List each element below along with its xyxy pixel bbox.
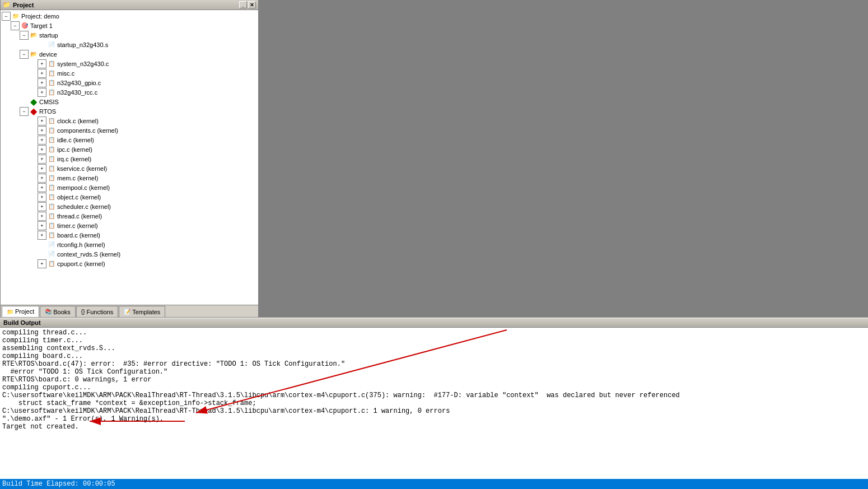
cfile-icon-thread: 📋 (47, 212, 56, 221)
tree-label-rcc: n32g430_rcc.c (57, 89, 97, 96)
tree-expander-device[interactable]: − (20, 50, 29, 59)
tree-item-device[interactable]: − 📂 device (2, 49, 257, 59)
tree-item-components[interactable]: + 📋 components.c (kernel) (2, 125, 257, 135)
project-icon: 📁 (11, 12, 20, 21)
tree-label-thread: thread.c (kernel) (57, 213, 102, 220)
build-time-bar: Build Time Elapsed: 00:00:05 (0, 479, 868, 489)
minimize-button[interactable]: _ (239, 1, 247, 8)
tree-item-idle[interactable]: + 📋 idle.c (kernel) (2, 135, 257, 145)
tree-expander-rcc[interactable]: + (38, 88, 46, 97)
tree-item-cpuport[interactable]: + 📋 cpuport.c (kernel) (2, 259, 257, 268)
tree-expander-scheduler[interactable]: + (38, 202, 46, 211)
tree-label-rtconfig: rtconfig.h (kernel) (57, 241, 105, 248)
tree-item-timer[interactable]: + 📋 timer.c (kernel) (2, 221, 257, 230)
tree-expander-target1[interactable]: − (11, 21, 20, 30)
tree-item-startup-file[interactable]: 📄 startup_n32g430.s (2, 40, 257, 49)
cfile-icon-ipc: 📋 (47, 145, 56, 154)
cfile-icon-scheduler: 📋 (47, 202, 56, 211)
tree-label-board: board.c (kernel) (57, 232, 100, 239)
tree-expander-mem[interactable]: + (38, 174, 46, 183)
tree-item-board[interactable]: + 📋 board.c (kernel) (2, 230, 257, 240)
tree-item-root[interactable]: − 📁 Project: demo (2, 11, 257, 21)
tree-expander-ipc[interactable]: + (38, 145, 46, 154)
close-button[interactable]: ✕ (248, 1, 256, 8)
tree-item-scheduler[interactable]: + 📋 scheduler.c (kernel) (2, 202, 257, 211)
tree-item-target1[interactable]: − 🎯 Target 1 (2, 21, 257, 30)
cfile-icon-irq: 📋 (47, 155, 56, 164)
project-icon: 📁 (3, 1, 11, 8)
functions-tab-icon: {} (81, 309, 85, 315)
tree-item-rcc[interactable]: + 📋 n32g430_rcc.c (2, 87, 257, 97)
tree-expander-gpio[interactable]: + (38, 78, 46, 87)
build-output-content[interactable]: compiling thread.c... compiling timer.c.… (0, 328, 868, 479)
cfile-icon-rcc: 📋 (47, 88, 56, 97)
tree-label-kservice: kservice.c (kernel) (57, 165, 107, 172)
tree-expander-components[interactable]: + (38, 126, 46, 135)
tree-item-rtos[interactable]: − ◆ RTOS (2, 106, 257, 116)
build-output-container: Build Output compiling thread.c... compi… (0, 318, 868, 489)
tree-item-misc[interactable]: + 📋 misc.c (2, 68, 257, 78)
folder-icon-device: 📂 (29, 50, 38, 59)
tree-expander-rtos[interactable]: − (20, 107, 29, 116)
project-titlebar: 📁 Project _ ✕ (1, 0, 258, 10)
cfile-icon-board: 📋 (47, 231, 56, 240)
tree-item-mem[interactable]: + 📋 mem.c (kernel) (2, 173, 257, 183)
tree-item-mempool[interactable]: + 📋 mempool.c (kernel) (2, 183, 257, 192)
templates-tab-icon: 📝 (124, 309, 130, 315)
cfile-icon-system: 📋 (47, 59, 56, 68)
tree-expander-root[interactable]: − (2, 12, 11, 21)
tree-item-ipc[interactable]: + 📋 ipc.c (kernel) (2, 145, 257, 154)
tree-expander-thread[interactable]: + (38, 212, 46, 221)
tree-expander-system[interactable]: + (38, 59, 46, 68)
tree-expander-kservice[interactable]: + (38, 164, 46, 173)
cfile-icon-components: 📋 (47, 126, 56, 135)
tree-item-clock[interactable]: + 📋 clock.c (kernel) (2, 116, 257, 125)
tab-functions[interactable]: {} Functions (76, 306, 118, 317)
tree-item-kservice[interactable]: + 📋 kservice.c (kernel) (2, 164, 257, 173)
tree-expander-misc[interactable]: + (38, 69, 46, 78)
tree-label-scheduler: scheduler.c (kernel) (57, 203, 111, 210)
cfile-icon-cpuport: 📋 (47, 259, 56, 268)
tree-expander-irq[interactable]: + (38, 155, 46, 164)
file-icon-context: 📄 (47, 250, 56, 259)
tab-project[interactable]: 📁 Project (2, 306, 39, 317)
project-tabs: 📁 Project 📚 Books {} Functions 📝 Templat… (1, 305, 258, 317)
tree-expander-object[interactable]: + (38, 193, 46, 202)
tree-expander-cpuport[interactable]: + (38, 259, 46, 268)
build-time-label: Build Time Elapsed: 00:00:05 (2, 480, 115, 488)
tree-label-mem: mem.c (kernel) (57, 175, 98, 181)
tree-item-cmsis[interactable]: ◆ CMSIS (2, 97, 257, 106)
project-panel: 📁 Project _ ✕ − 📁 Project: demo − 🎯 Targ… (0, 0, 259, 318)
tree-item-startup[interactable]: − 📂 startup (2, 30, 257, 40)
tree-expander-mempool[interactable]: + (38, 183, 46, 192)
tree-item-rtconfig[interactable]: 📄 rtconfig.h (kernel) (2, 240, 257, 249)
project-tab-icon: 📁 (7, 309, 13, 315)
tree-expander-clock[interactable]: + (38, 117, 46, 125)
diamond-red-icon: ◆ (29, 107, 38, 116)
titlebar-buttons: _ ✕ (239, 1, 256, 8)
tree-label-clock: clock.c (kernel) (57, 118, 99, 124)
tree-label-cmsis: CMSIS (39, 99, 59, 105)
tree-item-system[interactable]: + 📋 system_n32g430.c (2, 59, 257, 68)
cfile-icon-object: 📋 (47, 193, 56, 202)
tree-label-rtos: RTOS (39, 108, 56, 115)
tree-item-thread[interactable]: + 📋 thread.c (kernel) (2, 211, 257, 221)
tree-expander-board[interactable]: + (38, 231, 46, 240)
editor-area (259, 0, 868, 318)
tree-item-irq[interactable]: + 📋 irq.c (kernel) (2, 154, 257, 164)
tree-label-root: Project: demo (21, 13, 59, 20)
tab-books[interactable]: 📚 Books (40, 306, 76, 317)
tree-item-gpio[interactable]: + 📋 n32g430_gpio.c (2, 78, 257, 87)
tree-label-components: components.c (kernel) (57, 127, 118, 134)
tree-label-gpio: n32g430_gpio.c (57, 80, 101, 86)
build-output-title-label: Build Output (3, 319, 41, 326)
tree-item-object[interactable]: + 📋 object.c (kernel) (2, 192, 257, 202)
tree-expander-idle[interactable]: + (38, 136, 46, 145)
diamond-green-icon: ◆ (29, 97, 38, 106)
tree-label-device: device (39, 51, 57, 58)
tab-templates[interactable]: 📝 Templates (119, 306, 165, 317)
tree-item-context[interactable]: 📄 context_rvds.S (kernel) (2, 249, 257, 259)
tree-expander-startup[interactable]: − (20, 31, 29, 40)
tab-functions-label: Functions (87, 309, 114, 315)
tree-expander-timer[interactable]: + (38, 221, 46, 230)
